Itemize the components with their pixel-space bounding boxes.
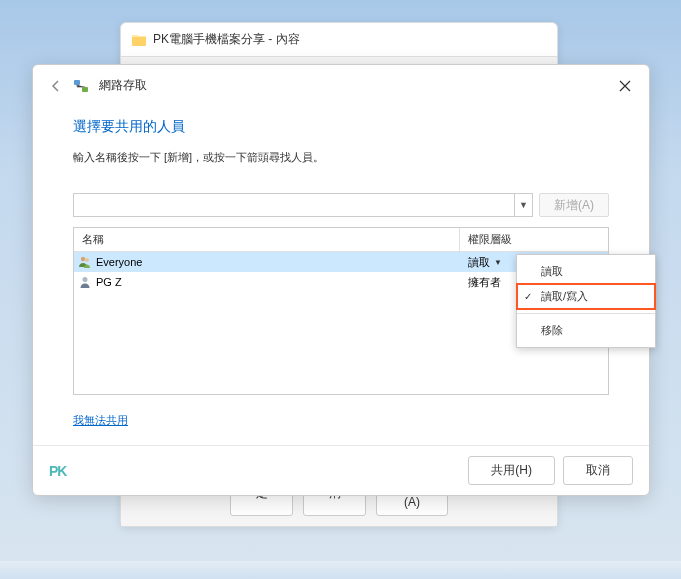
permission-dropdown-menu: 讀取 讀取/寫入 移除 [516,254,656,348]
back-arrow-icon[interactable] [49,79,63,93]
add-button: 新增(A) [539,193,609,217]
svg-rect-1 [82,87,88,92]
dialog-content: 選擇要共用的人員 輸入名稱後按一下 [新增]，或按一下箭頭尋找人員。 ▼ 新增(… [33,102,649,428]
dialog-heading: 選擇要共用的人員 [73,118,609,136]
svg-point-4 [83,277,88,282]
menu-item-read[interactable]: 讀取 [517,259,655,284]
chevron-down-icon: ▼ [494,258,502,267]
chevron-down-icon[interactable]: ▼ [514,194,532,216]
cancel-button[interactable]: 取消 [563,456,633,485]
menu-separator [517,313,655,314]
column-permission-header[interactable]: 權限層級 [460,228,608,251]
folder-icon [131,33,147,46]
list-header: 名稱 權限層級 [74,228,608,252]
menu-item-remove[interactable]: 移除 [517,318,655,343]
svg-point-3 [85,258,89,262]
pk-logo: PK [49,463,66,479]
bg-window-title: PK電腦手機檔案分享 - 內容 [153,31,300,48]
input-row: ▼ 新增(A) [73,193,609,217]
row-name-label: Everyone [96,256,142,268]
menu-item-readwrite[interactable]: 讀取/寫入 [517,284,655,309]
dialog-header-left: 網路存取 [49,77,147,94]
group-icon [78,255,92,269]
row-permission-label: 擁有者 [468,275,501,290]
close-icon[interactable] [617,78,633,94]
desktop-bottom-strip [0,561,681,579]
dialog-footer: PK 共用(H) 取消 [33,445,649,495]
dialog-header: 網路存取 [33,65,649,102]
help-link[interactable]: 我無法共用 [73,413,128,428]
bg-titlebar: PK電腦手機檔案分享 - 內容 [121,23,557,56]
row-permission-label: 讀取 [468,255,490,270]
svg-point-2 [81,257,85,261]
dialog-instruction: 輸入名稱後按一下 [新增]，或按一下箭頭尋找人員。 [73,150,609,165]
network-icon [73,79,89,93]
footer-buttons: 共用(H) 取消 [468,456,633,485]
user-input[interactable] [74,194,514,216]
column-name-header[interactable]: 名稱 [74,228,460,251]
user-combobox[interactable]: ▼ [73,193,533,217]
row-name-label: PG Z [96,276,122,288]
user-list: 名稱 權限層級 Everyone 讀取 ▼ PG Z [73,227,609,395]
dialog-path-title: 網路存取 [99,77,147,94]
share-button[interactable]: 共用(H) [468,456,555,485]
row-name-cell: Everyone [74,255,460,269]
row-name-cell: PG Z [74,275,460,289]
person-icon [78,275,92,289]
network-access-dialog: 網路存取 選擇要共用的人員 輸入名稱後按一下 [新增]，或按一下箭頭尋找人員。 … [32,64,650,496]
svg-rect-0 [74,80,80,85]
